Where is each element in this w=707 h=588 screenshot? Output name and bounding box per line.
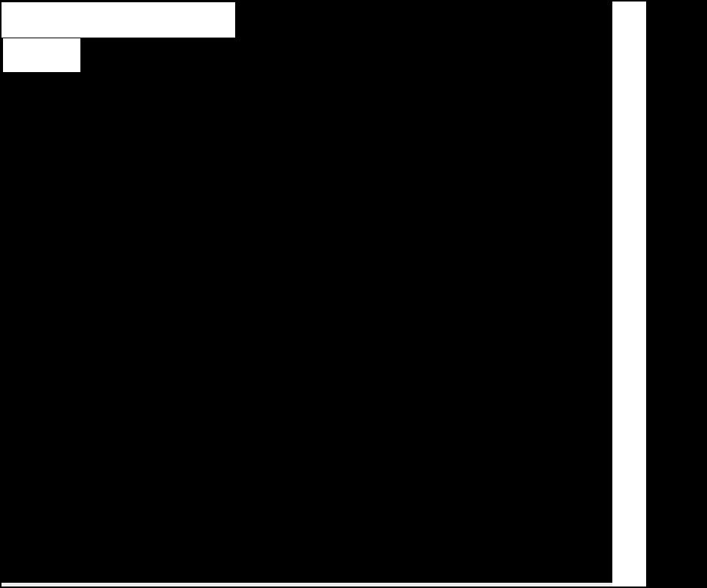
spectrum-lab-screen-capture [0, 0, 707, 588]
colorbar-gradient [5, 40, 79, 52]
screen-border-left [0, 0, 2, 588]
frequency-axis-ticks [612, 0, 646, 588]
screen-border-top [0, 0, 707, 2]
spectrum-panel [646, 0, 707, 588]
waterfall-spectrogram [0, 0, 614, 583]
capture-info-box [2, 2, 235, 38]
colorbar-ticks [3, 52, 80, 59]
frequency-axis [612, 0, 646, 588]
intensity-colorbar [3, 38, 80, 72]
